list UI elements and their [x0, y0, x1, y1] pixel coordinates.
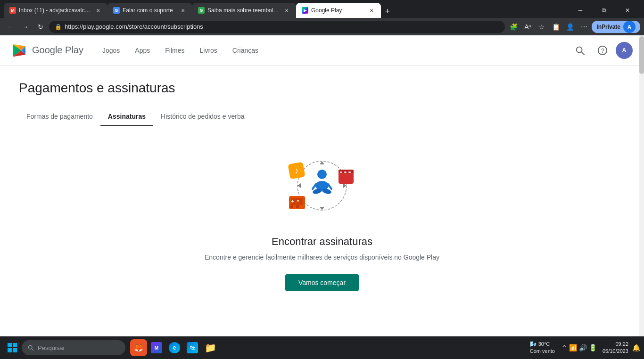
- vamos-comecar-button[interactable]: Vamos começar: [285, 274, 359, 291]
- empty-state-title: Encontrar assinaturas: [272, 236, 372, 248]
- lock-icon: 🔒: [55, 24, 62, 30]
- tab-support[interactable]: G Falar com o suporte ✕: [107, 3, 192, 18]
- search-button[interactable]: [570, 41, 589, 60]
- minimize-button[interactable]: ─: [570, 3, 591, 18]
- search-icon: [575, 45, 585, 56]
- sound-icon[interactable]: 🔊: [579, 344, 587, 351]
- weather-desc: Com vento: [530, 348, 555, 355]
- gplay-logo-icon: [11, 42, 28, 59]
- url-text: https://play.google.com/store/account/su…: [65, 23, 499, 30]
- taskbar-search-icon: [27, 344, 34, 351]
- windows-icon: [8, 343, 17, 352]
- tab-assinaturas[interactable]: Assinaturas: [100, 107, 153, 126]
- nav-link-apps[interactable]: Apps: [127, 35, 157, 65]
- empty-state-description: Encontre e gerencie facilmente milhares …: [205, 253, 439, 261]
- nav-link-filmes[interactable]: Filmes: [157, 35, 192, 65]
- nav-link-jogos[interactable]: Jogos: [95, 35, 127, 65]
- taskbar-app-store[interactable]: 🛍: [184, 339, 201, 356]
- more-button[interactable]: ⋯: [578, 20, 591, 33]
- svg-rect-25: [8, 343, 12, 347]
- close-window-button[interactable]: ✕: [617, 3, 638, 18]
- taskbar-clock[interactable]: 09:22 05/10/2023: [601, 341, 630, 355]
- empty-state: ♪ Encontrar assinatur: [19, 126, 625, 314]
- page-title: Pagamentos e assinaturas: [19, 81, 625, 96]
- inprivate-label: InPrivate: [596, 24, 620, 30]
- profile-button[interactable]: A: [616, 42, 633, 59]
- svg-point-22: [297, 200, 299, 202]
- tab-play[interactable]: ▶ Google Play ✕: [296, 3, 381, 18]
- new-tab-button[interactable]: +: [381, 5, 394, 18]
- tab-gmail[interactable]: M Inbox (11) - advjackcavalcante@... ✕: [4, 3, 107, 18]
- weather-widget[interactable]: 🌬️ 30°C Com vento: [527, 341, 558, 355]
- notification-icon[interactable]: 🔔: [632, 344, 640, 351]
- address-bar[interactable]: 🔒 https://play.google.com/store/account/…: [49, 21, 505, 33]
- taskbar-sys: 🌬️ 30°C Com vento ⌃ 📶 🔊 🔋 09:22 05/10/20…: [527, 341, 640, 355]
- toolbar-actions: 🧩 Aᵃ ☆ 📋 👤 ⋯ InPrivate A: [507, 20, 640, 33]
- taskbar-apps: 🦊 M e 🛍 📁: [126, 339, 526, 356]
- tab-refund[interactable]: G Saiba mais sobre reembolsos no... ✕: [192, 3, 296, 18]
- account-button[interactable]: 👤: [563, 20, 577, 33]
- wifi-icon[interactable]: 📶: [569, 344, 577, 351]
- taskbar-app-fox[interactable]: 🦊: [130, 339, 147, 356]
- tab-formas-pagamento[interactable]: Formas de pagamento: [19, 107, 100, 126]
- gplay-nav-actions: ? A: [570, 41, 633, 60]
- back-button[interactable]: ←: [4, 20, 17, 33]
- tab-historico-pedidos[interactable]: Histórico de pedidos e verba: [153, 107, 252, 126]
- gplay-logo[interactable]: Google Play: [11, 42, 83, 59]
- gplay-nav-links: Jogos Apps Filmes Livros Crianças: [95, 35, 570, 65]
- collections-button[interactable]: 📋: [549, 20, 562, 33]
- svg-rect-24: [291, 201, 294, 202]
- svg-line-1: [581, 52, 584, 55]
- tab-refund-title: Saiba mais sobre reembolsos no...: [207, 7, 280, 14]
- svg-line-9: [328, 184, 331, 189]
- weather-icon: 🌬️: [530, 341, 537, 348]
- page-main-content: Pagamentos e assinaturas Formas de pagam…: [0, 65, 644, 329]
- forward-button[interactable]: →: [19, 20, 32, 33]
- inprivate-button[interactable]: InPrivate A: [592, 21, 640, 33]
- svg-line-30: [32, 349, 33, 351]
- help-button[interactable]: ?: [593, 41, 612, 60]
- tab-play-close[interactable]: ✕: [368, 7, 375, 14]
- taskbar-app-edge[interactable]: e: [166, 339, 183, 356]
- taskbar-app-1[interactable]: M: [148, 339, 165, 356]
- taskbar-search[interactable]: Pesquisar: [22, 340, 125, 355]
- battery-icon[interactable]: 🔋: [589, 344, 597, 351]
- favorites-button[interactable]: ☆: [535, 20, 548, 33]
- tab-refund-close[interactable]: ✕: [283, 7, 290, 14]
- svg-rect-20: [290, 205, 293, 208]
- help-icon: ?: [597, 45, 608, 56]
- scrollbar-thumb[interactable]: [639, 36, 644, 74]
- svg-rect-26: [13, 343, 17, 347]
- svg-rect-27: [8, 348, 12, 352]
- taskbar-sys-icons: ⌃ 📶 🔊 🔋: [560, 344, 599, 351]
- tab-support-close[interactable]: ✕: [179, 7, 187, 14]
- scrollbar[interactable]: [639, 35, 644, 359]
- gplay-logo-text: Google Play: [32, 45, 83, 56]
- extensions-button[interactable]: 🧩: [507, 20, 520, 33]
- weather-temp: 30°C: [538, 341, 550, 348]
- svg-rect-21: [296, 205, 299, 208]
- read-aloud-button[interactable]: Aᵃ: [521, 20, 534, 33]
- nav-link-criancas[interactable]: Crianças: [225, 35, 266, 65]
- maximize-button[interactable]: ⧉: [593, 3, 615, 18]
- browser-chrome: M Inbox (11) - advjackcavalcante@... ✕ G…: [0, 0, 644, 35]
- start-button[interactable]: [4, 339, 21, 356]
- svg-rect-16: [344, 171, 347, 173]
- svg-text:?: ?: [601, 47, 604, 54]
- gplay-navbar: Google Play Jogos Apps Filmes Livros Cri…: [0, 35, 644, 65]
- svg-rect-28: [13, 348, 17, 352]
- reload-button[interactable]: ↻: [34, 20, 47, 33]
- taskbar-app-files[interactable]: 📁: [202, 339, 219, 356]
- svg-line-8: [313, 184, 316, 189]
- chevron-up-icon[interactable]: ⌃: [561, 344, 567, 351]
- tab-play-title: Google Play: [311, 7, 365, 14]
- nav-link-livros[interactable]: Livros: [192, 35, 224, 65]
- tab-gmail-close[interactable]: ✕: [94, 7, 102, 14]
- toolbar: ← → ↻ 🔒 https://play.google.com/store/ac…: [0, 18, 644, 35]
- taskbar-search-placeholder: Pesquisar: [38, 344, 65, 351]
- svg-point-4: [317, 170, 327, 179]
- tab-bar: M Inbox (11) - advjackcavalcante@... ✕ G…: [0, 0, 644, 18]
- page-content-area: Google Play Jogos Apps Filmes Livros Cri…: [0, 35, 644, 359]
- svg-rect-15: [340, 171, 342, 173]
- page-tabs: Formas de pagamento Assinaturas Históric…: [19, 107, 625, 126]
